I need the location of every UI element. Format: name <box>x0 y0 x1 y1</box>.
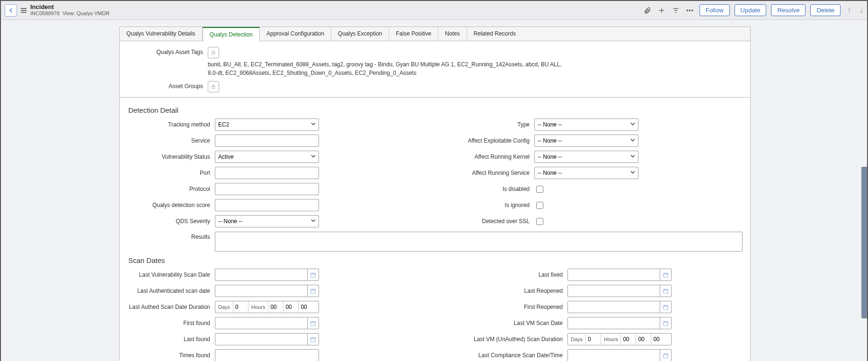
prev-record-icon[interactable]: ↑ <box>845 6 853 15</box>
times-found-input[interactable] <box>215 349 319 361</box>
calendar-icon[interactable] <box>660 269 672 281</box>
last-compliance-scan-input[interactable] <box>567 349 660 361</box>
ark-select[interactable] <box>534 151 638 163</box>
last-vm-scan-date-input[interactable] <box>567 317 660 329</box>
svg-rect-8 <box>664 305 668 309</box>
hamburger-icon[interactable] <box>21 8 27 13</box>
svg-rect-7 <box>664 289 668 293</box>
follow-button[interactable]: Follow <box>700 4 730 16</box>
port-input[interactable] <box>215 167 319 179</box>
last-reopened-input[interactable] <box>567 285 660 297</box>
lock-icon[interactable] <box>208 81 219 92</box>
svg-rect-1 <box>212 87 215 89</box>
update-button-top[interactable]: Update <box>735 4 767 16</box>
is-disabled-checkbox[interactable] <box>536 186 543 193</box>
title-block: Incident INC0589978 View: Qualys VMDR <box>30 4 109 17</box>
more-icon[interactable]: ••• <box>685 6 695 15</box>
tab-qualys-detection[interactable]: Qualys Detection <box>203 27 260 41</box>
tab-notes[interactable]: Notes <box>438 27 467 41</box>
calendar-icon[interactable] <box>660 317 672 329</box>
svg-rect-9 <box>664 321 668 325</box>
scrollbar[interactable] <box>861 167 868 318</box>
tab-approval-config[interactable]: Approval Configuration <box>260 27 331 41</box>
calendar-icon[interactable] <box>308 285 319 297</box>
page-header: Incident INC0589978 View: Qualys VMDR ••… <box>1 1 868 20</box>
svg-rect-2 <box>311 273 316 277</box>
svg-rect-10 <box>664 353 668 358</box>
svg-rect-3 <box>311 289 316 293</box>
tab-qualys-exception[interactable]: Qualys Exception <box>331 27 389 41</box>
tab-qualys-vuln-details[interactable]: Qualys Vulnerability Details <box>120 27 203 41</box>
filter-icon[interactable] <box>671 6 681 15</box>
ars-select[interactable] <box>534 167 638 179</box>
last-auth-scan-date-input[interactable] <box>215 285 308 297</box>
last-vm-unauthed-duration[interactable]: Days Hours <box>567 333 672 345</box>
lock-icon[interactable] <box>208 47 219 58</box>
attachment-icon[interactable] <box>643 6 652 15</box>
next-record-icon[interactable]: ↓ <box>858 6 865 15</box>
svg-rect-5 <box>311 337 316 342</box>
svg-rect-6 <box>664 273 668 277</box>
detection-detail-heading: Detection Detail <box>127 101 743 118</box>
is-ignored-checkbox[interactable] <box>536 202 543 209</box>
qds-input[interactable] <box>215 199 319 211</box>
calendar-icon[interactable] <box>660 285 672 297</box>
asset-panel: Qualys Asset Tags bunit, BU_All, E, EC2_… <box>119 41 751 98</box>
delete-button-top[interactable]: Delete <box>810 4 841 16</box>
first-reopened-input[interactable] <box>567 301 660 313</box>
last-fixed-input[interactable] <box>567 269 660 281</box>
qualys-asset-tags-label: Qualys Asset Tags <box>127 47 208 55</box>
last-vuln-scan-date-input[interactable] <box>215 269 308 281</box>
results-textarea[interactable] <box>215 232 743 252</box>
calendar-icon[interactable] <box>660 301 672 313</box>
detected-ssl-checkbox[interactable] <box>536 218 543 225</box>
back-button[interactable] <box>5 4 17 17</box>
last-found-input[interactable] <box>215 333 308 345</box>
tab-related-records[interactable]: Related Records <box>467 27 523 41</box>
qualys-asset-tags-value: bunit, BU_All, E, EC2_Terminated_6088_As… <box>208 60 567 77</box>
service-input[interactable] <box>215 135 319 147</box>
aec-select[interactable] <box>534 135 638 147</box>
scan-dates-heading: Scan Dates <box>127 252 743 268</box>
calendar-icon[interactable] <box>308 333 319 345</box>
calendar-icon[interactable] <box>660 349 672 361</box>
type-select[interactable] <box>534 118 638 131</box>
qds-severity-select[interactable] <box>215 215 319 227</box>
calendar-icon[interactable] <box>308 317 319 329</box>
record-subtitle: INC0589978 View: Qualys VMDR <box>30 10 109 17</box>
tab-false-positive[interactable]: False Positive <box>389 27 438 41</box>
svg-rect-4 <box>311 321 316 325</box>
last-authed-duration[interactable]: Days Hours <box>215 301 319 313</box>
asset-groups-label: Asset Groups <box>127 81 208 90</box>
first-found-input[interactable] <box>215 317 308 329</box>
record-type: Incident <box>30 4 109 10</box>
resolve-button-top[interactable]: Resolve <box>771 4 806 16</box>
plus-icon[interactable] <box>657 6 666 15</box>
protocol-input[interactable] <box>215 183 319 195</box>
svg-rect-0 <box>212 53 215 55</box>
tabs: Qualys Vulnerability Details Qualys Dete… <box>119 27 751 41</box>
calendar-icon[interactable] <box>308 269 319 281</box>
vuln-status-select[interactable] <box>215 151 319 163</box>
tracking-method-select[interactable] <box>215 118 319 131</box>
